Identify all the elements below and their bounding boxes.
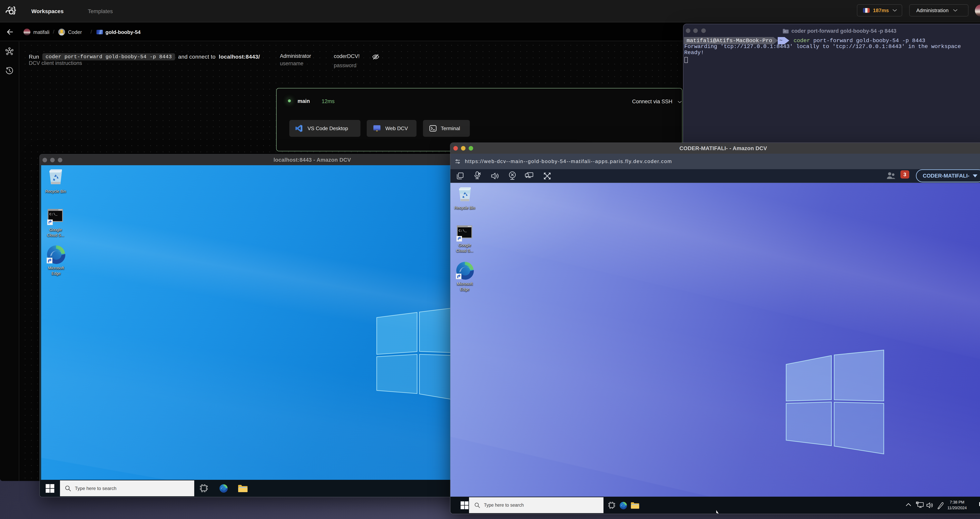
- svg-text:C:\_: C:\_: [49, 212, 57, 216]
- svg-text:C:\_: C:\_: [459, 229, 467, 232]
